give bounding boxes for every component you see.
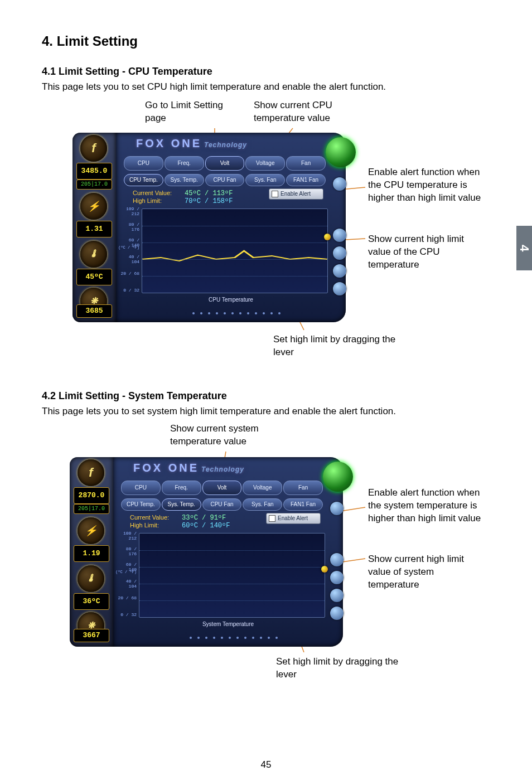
high-limit-value: 70ºC / 158ºF: [185, 197, 233, 205]
temp-icon[interactable]: 🌡: [80, 241, 107, 268]
callout-right2: Show current high limit value of system …: [368, 553, 485, 591]
current-value-label: Current Value:: [133, 190, 183, 196]
figure-sys-temp: Show current system temperature value En…: [42, 423, 504, 690]
enable-alert-label: Enable Alert: [278, 515, 308, 521]
callout-top-right: Show current CPU temperature value: [254, 99, 365, 125]
meter-volt: 1.31: [76, 221, 112, 237]
subtab-systemp[interactable]: Sys. Temp.: [165, 174, 204, 186]
subtab-fan1[interactable]: FAN1 Fan: [283, 498, 323, 511]
limit-slider-knob[interactable]: [321, 566, 328, 573]
chart-title: CPU Temperature: [116, 297, 346, 303]
power-button[interactable]: [326, 137, 356, 167]
high-limit-label: High Limit:: [130, 522, 180, 528]
chapter-side-tab: 4: [516, 226, 532, 270]
foxone-app: f 3485.0 205|17.0 ⚡ 1.31 🌡 45ºC ❋ 3685 F…: [72, 133, 346, 322]
app-brand: FOX ONETechnology: [133, 462, 244, 474]
limit-slider-knob[interactable]: [324, 234, 331, 240]
left-panel: f 2870.0 205|17.0 ⚡ 1.19 🌡 36ºC ❋ 3667: [70, 457, 113, 647]
meter-fsb: 205|17.0: [74, 504, 109, 514]
app-brand: FOX ONETechnology: [136, 137, 247, 150]
meter-mhz: 3485.0: [76, 163, 112, 180]
y-axis-labels: 109 / 212 80 / 176 60 / 140 (ºC / ºF) 40…: [118, 208, 141, 292]
freq-icon[interactable]: f: [78, 459, 104, 486]
side-button-1[interactable]: [330, 502, 344, 515]
side-button-1[interactable]: [333, 177, 346, 191]
close-icon[interactable]: [330, 553, 344, 566]
meter-fsb: 205|17.0: [76, 180, 112, 190]
power-button[interactable]: [323, 462, 353, 492]
enable-alert-label: Enable Alert: [280, 191, 311, 197]
minimize-icon[interactable]: [330, 571, 344, 584]
meter-fan: 3685: [76, 304, 112, 318]
freq-icon[interactable]: f: [80, 135, 107, 162]
temperature-chart: [139, 533, 325, 618]
high-limit-label: High Limit:: [133, 197, 183, 204]
subtab-cputemp[interactable]: CPU Temp.: [124, 174, 163, 186]
tab-cpu[interactable]: CPU: [121, 481, 161, 495]
close-icon[interactable]: [333, 229, 346, 242]
settings-icon[interactable]: [333, 282, 346, 295]
tab-voltage[interactable]: Voltage: [243, 481, 282, 495]
temperature-chart: [142, 208, 328, 293]
tab-limit[interactable]: Volt: [202, 481, 242, 495]
pager-dots: [158, 634, 309, 641]
current-value: 33ºC / 91ºF: [182, 514, 226, 522]
subtab-cpufan[interactable]: CPU Fan: [202, 498, 242, 511]
tab-voltage[interactable]: Voltage: [245, 156, 285, 171]
refresh-icon[interactable]: [333, 264, 346, 278]
section42-intro: This page lets you to set system high li…: [42, 405, 504, 418]
chart-title: System Temperature: [113, 621, 343, 627]
pager-dots: [161, 310, 312, 317]
temp-icon[interactable]: 🌡: [78, 565, 104, 592]
tab-fan[interactable]: Fan: [283, 481, 323, 495]
meter-volt: 1.19: [74, 545, 109, 562]
page-number: 45: [0, 759, 532, 770]
tab-limit[interactable]: Volt: [205, 156, 245, 171]
section42-title: 4.2 Limit Setting - System Temperature: [42, 390, 504, 402]
meter-temp: 45ºC: [76, 269, 112, 285]
high-limit-value: 60ºC / 140ºF: [182, 522, 230, 530]
callout-right2: Show current high limit value of the CPU…: [368, 233, 485, 271]
subtab-fan1[interactable]: FAN1 Fan: [286, 174, 326, 186]
page-title: 4. Limit Setting: [42, 33, 504, 49]
callout-right1: Enable alert function when the system te…: [368, 487, 485, 525]
callout-top-left: Go to Limit Setting page: [145, 99, 245, 125]
tab-fan[interactable]: Fan: [286, 156, 326, 171]
refresh-icon[interactable]: [330, 589, 344, 602]
volt-icon[interactable]: ⚡: [80, 193, 107, 220]
minimize-icon[interactable]: [333, 246, 346, 260]
subtab-sysfan[interactable]: Sys. Fan: [245, 174, 285, 186]
tab-cpu[interactable]: CPU: [124, 156, 163, 171]
current-value-label: Current Value:: [130, 514, 180, 521]
volt-icon[interactable]: ⚡: [78, 517, 104, 544]
section41-title: 4.1 Limit Setting - CPU Temperature: [42, 66, 504, 77]
callout-bottom: Set high limit by dragging the lever: [273, 333, 396, 359]
checkbox-icon: [272, 191, 278, 197]
subtab-cpufan[interactable]: CPU Fan: [205, 174, 245, 186]
checkbox-icon: [269, 515, 275, 522]
section41-intro: This page lets you to set CPU high limit…: [42, 81, 504, 94]
meter-fan: 3667: [74, 629, 109, 642]
subtab-sysfan[interactable]: Sys. Fan: [243, 498, 282, 511]
current-value: 45ºC / 113ºF: [185, 190, 233, 197]
enable-alert-checkbox[interactable]: Enable Alert: [266, 513, 321, 524]
enable-alert-checkbox[interactable]: Enable Alert: [269, 188, 323, 200]
callout-top: Show current system temperature value: [170, 423, 298, 448]
settings-icon[interactable]: [330, 607, 344, 620]
callout-bottom: Set high limit by dragging the lever: [276, 656, 399, 681]
meter-temp: 36ºC: [74, 593, 109, 610]
callout-right1: Enable alert function when the CPU tempe…: [368, 166, 485, 205]
tab-freq[interactable]: Freq.: [162, 481, 201, 495]
meter-mhz: 2870.0: [74, 487, 109, 504]
tab-freq[interactable]: Freq.: [165, 156, 204, 171]
y-axis-labels: 100 / 212 80 / 176 60 / 140 (ºC / ºF) 40…: [115, 533, 138, 617]
subtab-systemp[interactable]: Sys. Temp.: [162, 498, 201, 511]
left-panel: f 3485.0 205|17.0 ⚡ 1.31 🌡 45ºC ❋ 3685: [72, 133, 116, 322]
foxone-app: f 2870.0 205|17.0 ⚡ 1.19 🌡 36ºC ❋ 3667 F…: [70, 457, 343, 647]
figure-cpu-temp: Go to Limit Setting page Show current CP…: [42, 99, 504, 367]
subtab-cputemp[interactable]: CPU Temp.: [121, 498, 161, 511]
